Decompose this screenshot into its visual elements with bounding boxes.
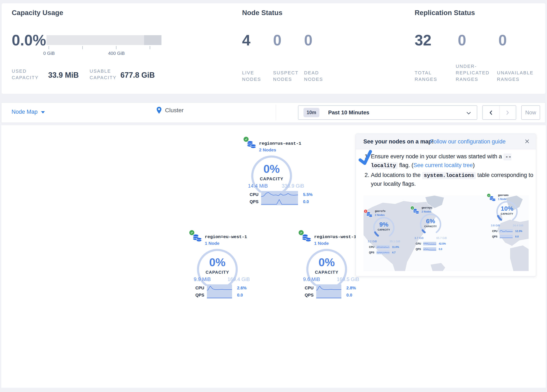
locality-tree-link[interactable]: See current locality tree — [413, 162, 473, 168]
close-icon[interactable] — [525, 139, 530, 144]
capacity-values: 3.7 GiB 65.7 GiB — [414, 236, 447, 240]
database-nodes-icon — [192, 234, 202, 242]
cpu-sparkline — [207, 284, 232, 291]
cpu-sparkline — [423, 242, 436, 245]
database-nodes-icon — [366, 212, 373, 218]
capacity-axis-label-0: 0 GiB — [43, 51, 55, 56]
cpu-value: 2.6% — [237, 286, 247, 290]
qps-value: 0.0 — [237, 293, 243, 298]
capacity-values: 3.6 GiB 34.4 GiB — [491, 224, 523, 227]
capacity-percent: 10% — [496, 205, 518, 212]
status-healthy-icon — [189, 230, 194, 235]
usable-capacity-label: USABLECAPACITY — [90, 68, 116, 81]
capacity-label: CAPACITY — [419, 225, 442, 228]
breadcrumb[interactable]: Cluster — [157, 107, 184, 114]
database-nodes-icon — [302, 234, 311, 242]
node-map-preview: 1 geo=sfo 2 Nodes — [363, 195, 529, 271]
capacity-used-percent: 0.0% — [12, 33, 46, 48]
cpu-sparkline — [261, 191, 298, 198]
node-map-config-popup: See your nodes on a map! Follow our conf… — [356, 134, 536, 276]
capacity-bar-reserved-segment — [144, 35, 161, 45]
time-back-button[interactable] — [483, 106, 499, 119]
qps-metric-row: QPS 0.0 — [492, 235, 519, 238]
live-nodes-count: 4 — [242, 33, 250, 48]
cpu-sparkline — [500, 229, 513, 233]
cpu-label: CPU — [250, 192, 261, 197]
capacity-label: CAPACITY — [496, 213, 518, 215]
cpu-metric-row: CPU 2.6% — [195, 284, 247, 291]
locality-name: geo=ams — [498, 194, 508, 197]
node-status-title: Node Status — [242, 9, 282, 17]
capacity-percent: 9% — [373, 221, 395, 228]
locality-node-count: 1 Node — [498, 198, 506, 201]
cpu-metric-row: CPU 11.0% — [369, 245, 399, 249]
map-pin-icon — [157, 107, 162, 114]
capacity-bar — [47, 35, 161, 45]
used-capacity-value: 33.9 MiB — [48, 71, 79, 80]
cpu-metric-row: CPU 2.8% — [305, 284, 356, 291]
view-mode-label: Node Map — [12, 109, 38, 115]
capacity-percent: 0% — [250, 162, 294, 175]
cpu-label: CPU — [195, 286, 207, 290]
qps-value: 0.0 — [346, 293, 352, 298]
cpu-metric-row: CPU 5.5% — [250, 191, 313, 198]
config-step-2: Add locations to the system.locations ta… — [371, 171, 535, 188]
status-healthy-icon — [244, 137, 249, 142]
cpu-value: 2.8% — [346, 286, 356, 290]
breadcrumb-label: Cluster — [165, 107, 184, 114]
region-name: region=us-east-1 — [259, 141, 301, 146]
capacity-axis-tick — [48, 46, 49, 49]
under-replicated-count: 0 — [458, 33, 466, 48]
database-nodes-icon — [489, 196, 496, 202]
live-nodes-label: LIVENODES — [242, 69, 261, 83]
view-mode-dropdown[interactable]: Node Map — [12, 109, 45, 115]
region-node-count: 1 Node — [314, 241, 329, 246]
node-map-canvas: region=us-east-1 2 Nodes 0% CAPACITY 14.… — [1, 125, 546, 388]
time-range-selector[interactable]: 10m Past 10 Minutes — [298, 105, 477, 120]
qps-metric-row: QPS 0.0 — [195, 291, 243, 299]
now-button[interactable]: Now — [521, 105, 540, 120]
time-forward-button[interactable] — [499, 106, 516, 119]
cluster-summary-bar: Capacity Usage 0.0% 0 GiB 400 GiB USEDCA… — [2, 3, 545, 94]
dead-nodes-count: 0 — [304, 33, 313, 48]
qps-label: QPS — [195, 293, 207, 298]
capacity-axis-tick — [116, 46, 116, 49]
time-step-buttons — [482, 105, 516, 120]
map-toolbar: Node Map Cluster 10m Past 10 Minutes Now — [1, 102, 545, 123]
qps-value: 0.0 — [303, 199, 309, 204]
config-step-1: Ensure every node in your cluster was st… — [371, 152, 535, 170]
dead-nodes-label: DEADNODES — [304, 69, 323, 83]
suspect-nodes-label: SUSPECTNODES — [273, 69, 298, 83]
capacity-axis-label-400: 400 GiB — [108, 51, 125, 56]
capacity-values: 9.6 MiB 169.5 GiB — [303, 276, 359, 282]
popup-header: See your nodes on a map! Follow our conf… — [356, 134, 536, 149]
configuration-steps: Ensure every node in your cluster was st… — [363, 152, 535, 189]
capacity-usage-title: Capacity Usage — [12, 9, 63, 17]
unavailable-ranges-label: UNAVAILABLERANGES — [497, 69, 533, 83]
total-ranges-label: TOTALRANGES — [415, 69, 437, 83]
qps-label: QPS — [250, 199, 261, 204]
capacity-label: CAPACITY — [373, 228, 395, 231]
locality-node-count: 2 Nodes — [422, 210, 431, 213]
step-complete-check-icon — [356, 149, 375, 167]
qps-sparkline — [316, 291, 341, 299]
status-healthy-icon — [411, 206, 414, 210]
capacity-total: 169.5 GiB — [337, 276, 359, 282]
qps-sparkline — [500, 235, 513, 238]
cluster-overview-page: Capacity Usage 0.0% 0 GiB 400 GiB USEDCA… — [0, 0, 547, 392]
capacity-values: 3.2 GiB 35.1 GiB — [368, 240, 400, 243]
capacity-total: 169.4 GiB — [227, 276, 250, 282]
qps-metric-row: QPS 4.7 — [369, 251, 396, 254]
status-warning-icon: 1 — [364, 210, 367, 213]
cpu-metric-row: CPU 42.5% — [416, 242, 446, 245]
database-nodes-icon — [413, 208, 419, 214]
chevron-right-icon — [506, 110, 509, 115]
system-locations-code: system.locations — [422, 172, 476, 179]
usable-capacity-value: 677.8 GiB — [120, 71, 155, 80]
used-capacity-label: USEDCAPACITY — [12, 68, 39, 81]
qps-sparkline — [376, 251, 390, 254]
under-replicated-label: UNDER-REPLICATEDRANGES — [456, 63, 490, 83]
configuration-guide-link[interactable]: Follow our configuration guide — [430, 138, 506, 145]
capacity-values: 14.4 MiB 338.9 GiB — [248, 183, 304, 189]
capacity-used: 9.9 MiB — [194, 276, 211, 282]
